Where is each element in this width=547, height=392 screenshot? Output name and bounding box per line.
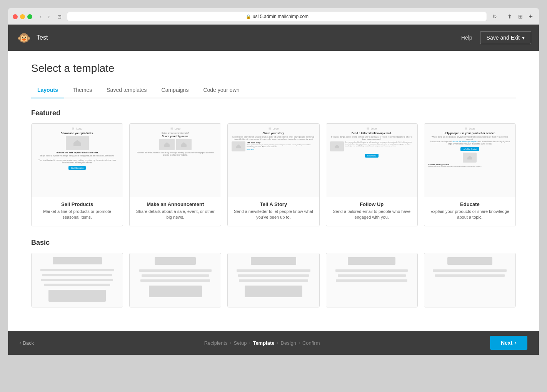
tab-code-your-own[interactable]: Code your own	[197, 84, 245, 98]
campaign-name: Test	[37, 34, 48, 41]
forward-nav-button[interactable]: ›	[46, 13, 52, 20]
svg-rect-0	[73, 143, 81, 146]
make-announcement-name: Make an Announcement	[133, 201, 217, 207]
tab-campaigns[interactable]: Campaigns	[155, 84, 195, 98]
tell-a-story-name: Tell A Story	[232, 201, 315, 207]
step-sep-4: ›	[299, 340, 300, 345]
step-confirm[interactable]: Confirm	[302, 340, 320, 346]
template-card-make-announcement[interactable]: ⊞ Logo Got an announcement to make? Shar…	[129, 123, 221, 226]
sell-products-info: Sell Products Market a line of products …	[32, 197, 123, 226]
template-card-sell-products[interactable]: ⊞ Logo Showcase your products. Feature t…	[31, 123, 123, 226]
step-design[interactable]: Design	[281, 340, 296, 346]
save-exit-label: Save and Exit	[487, 35, 520, 41]
step-template[interactable]: Template	[253, 340, 274, 346]
breadcrumb-steps: Recipients › Setup › Template › Design ›…	[34, 340, 490, 346]
sell-products-desc: Market a line of products or promote sea…	[35, 209, 119, 221]
basic-preview-4	[326, 253, 417, 307]
basic-section-title: Basic	[31, 239, 516, 247]
basic-template-card-4[interactable]	[326, 253, 418, 307]
lock-icon: 🔒	[246, 14, 251, 19]
educate-preview: ⊞ Logo Help people use your product or s…	[424, 124, 515, 197]
traffic-lights	[13, 14, 32, 19]
make-announcement-info: Make an Announcement Share details about…	[130, 197, 221, 226]
step-sep-2: ›	[249, 340, 250, 345]
top-nav: 🐵 Test Help Save and Exit ▾	[8, 25, 539, 51]
basic-preview-3	[228, 253, 319, 307]
educate-name: Educate	[428, 201, 512, 207]
educate-desc: Explain your products or share knowledge…	[428, 209, 512, 221]
scroll-area[interactable]: Select a template Layouts Themes Saved t…	[8, 51, 539, 331]
main-content: Select a template Layouts Themes Saved t…	[8, 51, 539, 320]
template-card-tell-a-story[interactable]: ⊞ Logo Share your story. Lorem lorem-lor…	[227, 123, 319, 226]
template-card-follow-up[interactable]: ⊞ Logo Send a tailored follow-up email. …	[326, 123, 418, 226]
address-bar[interactable]: 🔒 us15.admin.mailchimp.com	[67, 12, 487, 21]
follow-up-desc: Send a tailored email to people who have…	[330, 209, 414, 221]
basic-template-card-1[interactable]	[31, 253, 123, 307]
svg-rect-10	[467, 158, 472, 159]
save-exit-button[interactable]: Save and Exit ▾	[480, 31, 531, 44]
svg-rect-6	[236, 146, 241, 148]
save-exit-chevron: ▾	[522, 35, 525, 41]
close-window-button[interactable]	[13, 14, 18, 19]
back-label: Back	[23, 340, 34, 346]
app-window: 🐵 Test Help Save and Exit ▾ Select a tem…	[8, 25, 539, 355]
sell-products-name: Sell Products	[35, 201, 119, 207]
template-card-educate[interactable]: ⊞ Logo Help people use your product or s…	[424, 123, 516, 226]
browser-chrome: ‹ › ⊡ 🔒 us15.admin.mailchimp.com ↻ ⬆ ⊞ +	[8, 8, 539, 25]
logo-area: 🐵 Test	[16, 30, 48, 46]
tab-view-button[interactable]: ⊡	[55, 13, 64, 20]
svg-marker-1	[73, 140, 81, 143]
tabs-bar: Layouts Themes Saved templates Campaigns…	[31, 84, 516, 98]
back-button[interactable]: ‹ Back	[20, 340, 34, 346]
svg-marker-7	[236, 145, 241, 146]
basic-preview-2	[130, 253, 221, 307]
reload-button[interactable]: ↻	[490, 13, 499, 20]
tell-a-story-info: Tell A Story Send a newsletter to let pe…	[228, 197, 319, 226]
svg-rect-8	[335, 146, 339, 148]
page-title: Select a template	[31, 62, 516, 75]
svg-marker-11	[467, 156, 472, 158]
make-announcement-desc: Share details about a sale, event, or ot…	[133, 209, 217, 221]
help-button[interactable]: Help	[461, 35, 472, 41]
basic-template-grid	[31, 253, 516, 307]
step-setup[interactable]: Setup	[233, 340, 247, 346]
featured-template-grid: ⊞ Logo Showcase your products. Feature t…	[31, 123, 516, 226]
add-tab-alt-button[interactable]: ⊞	[516, 13, 525, 20]
basic-template-card-2[interactable]	[129, 253, 221, 307]
back-nav-button[interactable]: ‹	[38, 13, 44, 20]
back-chevron-icon: ‹	[20, 340, 21, 346]
featured-section-title: Featured	[31, 109, 516, 117]
svg-marker-3	[164, 142, 170, 145]
step-sep-3: ›	[277, 340, 279, 345]
basic-template-card-5[interactable]	[424, 253, 516, 307]
outer-wrapper: ‹ › ⊡ 🔒 us15.admin.mailchimp.com ↻ ⬆ ⊞ +…	[0, 0, 547, 392]
svg-marker-9	[335, 145, 339, 146]
svg-marker-5	[181, 142, 187, 145]
make-announcement-preview: ⊞ Logo Got an announcement to make? Shar…	[130, 124, 221, 197]
next-chevron-icon: ›	[515, 340, 517, 346]
next-button[interactable]: Next ›	[490, 336, 527, 350]
follow-up-name: Follow Up	[330, 201, 414, 207]
follow-up-preview: ⊞ Logo Send a tailored follow-up email. …	[326, 124, 417, 197]
step-recipients[interactable]: Recipients	[204, 340, 228, 346]
share-button[interactable]: ⬆	[505, 13, 514, 20]
svg-rect-2	[164, 145, 170, 147]
tab-layouts[interactable]: Layouts	[31, 84, 64, 98]
basic-template-card-3[interactable]	[227, 253, 319, 307]
basic-preview-1	[32, 253, 123, 307]
tell-a-story-preview: ⊞ Logo Share your story. Lorem lorem-lor…	[228, 124, 319, 197]
minimize-window-button[interactable]	[20, 14, 25, 19]
basic-preview-5	[424, 253, 515, 307]
new-tab-button[interactable]: +	[527, 13, 534, 20]
tab-themes[interactable]: Themes	[67, 84, 98, 98]
svg-rect-4	[181, 145, 187, 147]
tell-a-story-desc: Send a newsletter to let people know wha…	[232, 209, 315, 221]
follow-up-info: Follow Up Send a tailored email to peopl…	[326, 197, 417, 226]
maximize-window-button[interactable]	[27, 14, 32, 19]
mailchimp-logo: 🐵	[16, 30, 32, 46]
tab-saved-templates[interactable]: Saved templates	[100, 84, 153, 98]
step-sep-1: ›	[230, 340, 231, 345]
educate-info: Educate Explain your products or share k…	[424, 197, 515, 226]
bottom-bar: ‹ Back Recipients › Setup › Template › D…	[8, 331, 539, 355]
url-text: us15.admin.mailchimp.com	[253, 14, 309, 19]
